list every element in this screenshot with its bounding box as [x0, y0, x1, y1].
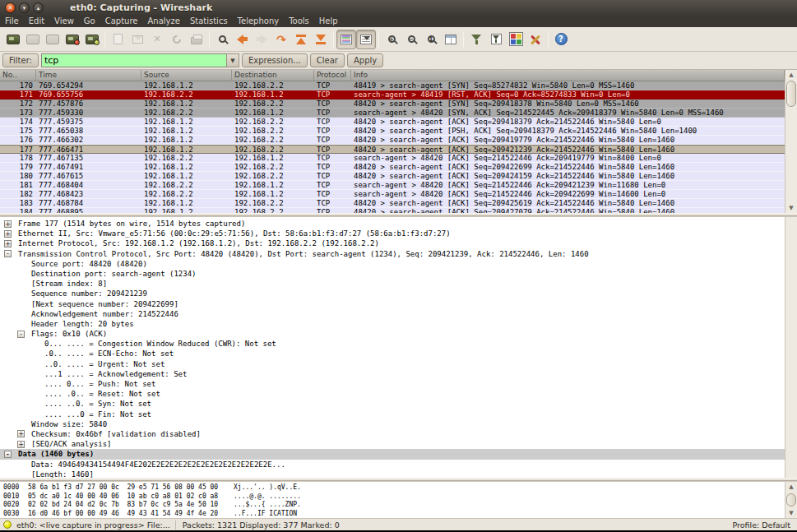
column-header-protocol[interactable]: Protocol: [314, 70, 351, 81]
help-icon[interactable]: ?: [551, 30, 571, 49]
close-window-icon[interactable]: ✕: [5, 2, 16, 13]
expand-icon[interactable]: +: [17, 430, 25, 437]
menu-edit[interactable]: Edit: [24, 16, 49, 27]
detail-row[interactable]: .... ..0. = Syn: Not set: [0, 399, 785, 409]
packet-row-175[interactable]: 175777.465038192.168.1.2192.168.2.2TCP48…: [0, 127, 785, 136]
scroll-up-icon[interactable]: ▲: [786, 482, 796, 492]
hex-row[interactable]: 000058 6a b1 f3 d7 27 00 0c 29 e5 71 56 …: [3, 483, 785, 493]
hex-scrollbar[interactable]: ▲ ▼: [785, 482, 797, 518]
zoom-out-icon[interactable]: −: [401, 30, 421, 49]
detail-row[interactable]: +Checksum: 0x46bf [validation disabled]: [0, 429, 785, 439]
detail-row[interactable]: .... .0.. = Reset: Not set: [0, 389, 785, 399]
filter-dropdown-icon[interactable]: ▼: [226, 53, 239, 67]
expand-icon[interactable]: +: [4, 220, 12, 228]
title-bar[interactable]: ✕ ▾ ▴ eth0: Capturing - Wireshark: [0, 0, 797, 16]
packet-row-179[interactable]: 179777.467491192.168.1.2192.168.2.2TCP48…: [0, 163, 785, 172]
column-header-destination[interactable]: Destination: [232, 70, 314, 81]
menu-file[interactable]: File: [0, 16, 24, 27]
packet-row-180[interactable]: 180777.467615192.168.1.2192.168.2.2TCP48…: [0, 172, 785, 181]
packet-row-181[interactable]: 181777.468404192.168.2.2192.168.1.2TCPse…: [0, 181, 785, 190]
restart-capture-icon[interactable]: [82, 30, 102, 49]
packet-row-171[interactable]: 171769.655756192.168.2.2192.168.1.2TCPse…: [0, 90, 785, 99]
capture-filters-icon[interactable]: [466, 30, 486, 49]
packet-row-172[interactable]: 172777.457876192.168.1.2192.168.2.2TCP48…: [0, 99, 785, 109]
go-to-packet-icon[interactable]: ↷: [271, 30, 291, 49]
detail-row[interactable]: +[SEQ/ACK analysis]: [0, 439, 785, 449]
packet-list-scrollbar[interactable]: ▲ ▼: [785, 70, 797, 213]
collapse-icon[interactable]: -: [17, 331, 25, 338]
detail-row[interactable]: -Transmission Control Protocol, Src Port…: [0, 249, 785, 259]
hex-row[interactable]: 003016 d0 46 bf 00 00 49 46 49 43 41 54 …: [3, 510, 785, 519]
stop-capture-icon[interactable]: [63, 30, 82, 49]
save-file-icon[interactable]: [127, 30, 147, 49]
open-file-icon[interactable]: [108, 30, 127, 49]
menu-tools[interactable]: Tools: [284, 16, 314, 27]
detail-row[interactable]: Source port: 48420 (48420): [0, 259, 785, 269]
column-header-time[interactable]: Time: [36, 70, 141, 81]
detail-row[interactable]: -Flags: 0x10 (ACK): [0, 329, 785, 339]
hex-row[interactable]: 001005 dc a0 1c 40 00 40 06 10 ab c0 a8 …: [3, 493, 785, 502]
detail-row[interactable]: ..0. .... = Urgent: Not set: [0, 359, 785, 369]
print-icon[interactable]: [187, 30, 206, 49]
filter-input[interactable]: [41, 53, 226, 67]
scrollbar-thumb[interactable]: [786, 81, 796, 107]
detail-row[interactable]: Acknowledgement number: 214522446: [0, 309, 785, 319]
menu-capture[interactable]: Capture: [100, 16, 143, 27]
clear-button[interactable]: Clear: [310, 53, 345, 67]
packet-row-182[interactable]: 182777.468423192.168.2.2192.168.1.2TCPse…: [0, 190, 785, 199]
filter-button[interactable]: Filter:: [2, 53, 39, 67]
column-header-no[interactable]: No..: [0, 70, 36, 81]
scroll-down-icon[interactable]: ▼: [786, 203, 796, 213]
zoom-100-icon[interactable]: 1: [421, 30, 441, 49]
detail-row[interactable]: [Next sequence number: 209422699]: [0, 299, 785, 309]
colorize-toggle[interactable]: [336, 30, 356, 49]
detail-row[interactable]: Window size: 5840: [0, 419, 785, 429]
apply-button[interactable]: Apply: [347, 53, 383, 67]
column-header-source[interactable]: Source: [141, 70, 232, 81]
packet-row-177[interactable]: 177777.466471192.168.1.2192.168.2.2TCP48…: [0, 145, 785, 154]
menu-view[interactable]: View: [49, 16, 79, 27]
auto-scroll-toggle[interactable]: [356, 30, 376, 49]
maximize-window-icon[interactable]: ▴: [33, 2, 44, 13]
zoom-in-icon[interactable]: +: [382, 30, 401, 49]
expand-icon[interactable]: +: [4, 230, 12, 238]
packet-row-178[interactable]: 178777.467135192.168.2.2192.168.1.2TCPse…: [0, 154, 785, 163]
menu-help[interactable]: Help: [314, 16, 343, 27]
hex-row[interactable]: 002002 02 bd 24 04 d2 0c 7b 83 b7 0c c9 …: [3, 501, 785, 510]
display-filters-icon[interactable]: [486, 30, 506, 49]
minimize-window-icon[interactable]: ▾: [19, 2, 30, 13]
go-to-top-icon[interactable]: [291, 30, 311, 49]
detail-row[interactable]: .... ...0 = Fin: Not set: [0, 409, 785, 419]
detail-row[interactable]: Sequence number: 209421239: [0, 289, 785, 298]
packet-row-174[interactable]: 174777.459375192.168.1.2192.168.2.2TCP48…: [0, 118, 785, 127]
expand-icon[interactable]: +: [17, 441, 25, 448]
menu-telephony[interactable]: Telephony: [233, 16, 285, 27]
expand-icon[interactable]: +: [4, 240, 12, 247]
collapse-icon[interactable]: -: [4, 250, 12, 257]
menu-analyze[interactable]: Analyze: [142, 16, 184, 27]
capture-options-icon[interactable]: [23, 30, 43, 49]
detail-row[interactable]: Header length: 20 bytes: [0, 319, 785, 329]
go-to-bottom-icon[interactable]: [311, 30, 331, 49]
packet-row-176[interactable]: 176777.466302192.168.1.2192.168.2.2TCP48…: [0, 136, 785, 145]
detail-row[interactable]: .... 0... = Push: Not set: [0, 379, 785, 389]
start-capture-icon[interactable]: [43, 30, 63, 49]
detail-row[interactable]: [Stream index: 8]: [0, 279, 785, 289]
detail-row[interactable]: 0... .... = Congestion Window Reduced (C…: [0, 339, 785, 349]
menu-statistics[interactable]: Statistics: [185, 16, 233, 27]
detail-row[interactable]: +Ethernet II, Src: Vmware_e5:71:56 (00:0…: [0, 229, 785, 238]
go-back-icon[interactable]: [232, 30, 252, 49]
detail-row[interactable]: +Internet Protocol, Src: 192.168.1.2 (19…: [0, 238, 785, 248]
detail-row[interactable]: .0.. .... = ECN-Echo: Not set: [0, 349, 785, 359]
packet-row-183[interactable]: 183777.468784192.168.1.2192.168.2.2TCP48…: [0, 199, 785, 208]
expression-button[interactable]: Expression...: [242, 53, 308, 67]
packet-row-173[interactable]: 173777.459330192.168.2.2192.168.1.2TCPse…: [0, 109, 785, 118]
close-file-icon[interactable]: ✕: [147, 30, 167, 49]
scroll-up-icon[interactable]: ▲: [786, 70, 796, 80]
find-packet-icon[interactable]: [212, 30, 232, 49]
resize-columns-icon[interactable]: [441, 30, 461, 49]
go-forward-icon[interactable]: [252, 30, 271, 49]
status-profile[interactable]: Profile: Default: [733, 520, 794, 530]
list-interfaces-icon[interactable]: [3, 30, 23, 49]
detail-row[interactable]: -Data (1460 bytes): [0, 449, 785, 459]
